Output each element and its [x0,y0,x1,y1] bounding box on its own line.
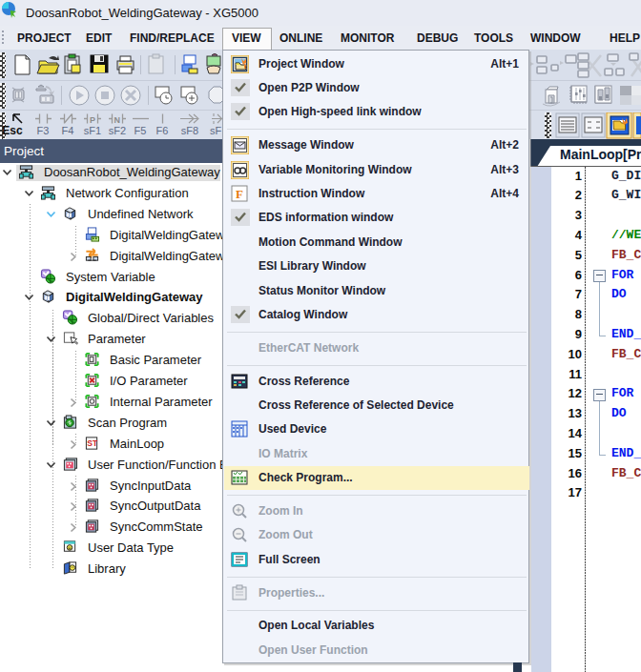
svg-text:ST: ST [87,438,98,448]
svg-text:PN: PN [90,115,120,125]
svg-text:F: F [236,187,243,201]
